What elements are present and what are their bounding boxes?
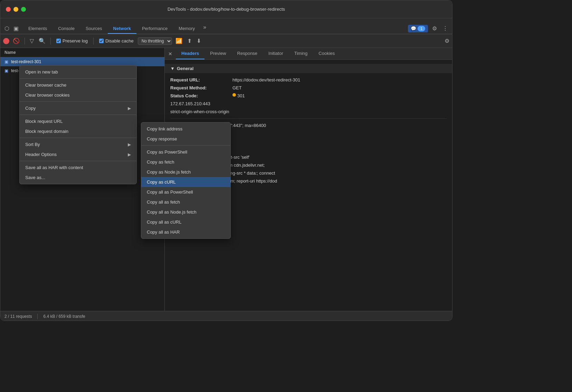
panel-tab-timing[interactable]: Timing [289, 48, 313, 59]
scm-copy-all-powershell-label: Copy all as PowerShell [147, 189, 193, 195]
scm-copy-link[interactable]: Copy link address [141, 124, 230, 134]
panel-tab-response[interactable]: Response [232, 48, 263, 59]
cm-open-new-tab[interactable]: Open in new tab [20, 67, 136, 77]
cm-clear-cookies[interactable]: Clear browser cookies [20, 90, 136, 100]
request-method-val: GET [232, 85, 242, 90]
record-button[interactable] [3, 38, 9, 44]
cm-clear-cache[interactable]: Clear browser cache [20, 80, 136, 90]
cm-sort-by-label: Sort By [25, 142, 40, 147]
tab-console[interactable]: Console [53, 24, 80, 34]
tab-elements[interactable]: Elements [23, 24, 53, 34]
upload-icon[interactable]: ⬆ [186, 37, 193, 45]
status-bar: 2 / 11 requests 6.4 kB / 659 kB transfe [0, 311, 452, 321]
cm-copy-arrow: ▶ [128, 106, 131, 111]
cm-copy-label: Copy [25, 106, 36, 111]
status-dot [232, 93, 236, 97]
request-method-key: Request Method: [170, 85, 232, 90]
cursor-icon[interactable]: ⬡ [3, 24, 11, 32]
scm-copy-curl-label: Copy as cURL [147, 179, 176, 185]
scm-copy-all-har-label: Copy all as HAR [147, 229, 180, 235]
cm-header-options-arrow: ▶ [128, 152, 131, 157]
scm-copy-all-curl[interactable]: Copy all as cURL [141, 217, 230, 227]
scm-copy-fetch-label: Copy as fetch [147, 159, 174, 165]
network-icon[interactable]: 📶 [174, 37, 184, 45]
request-method-row: Request Method: GET [170, 84, 447, 92]
panel-close-button[interactable]: ✕ [165, 48, 176, 59]
panel-tab-initiator[interactable]: Initiator [263, 48, 289, 59]
minimize-button[interactable] [13, 7, 18, 12]
referrer-policy-row: strict-origin-when-cross-origin [170, 108, 447, 116]
cm-save-har-label: Save all as HAR with content [25, 165, 83, 170]
scm-copy-powershell[interactable]: Copy as PowerShell [141, 147, 230, 157]
disable-cache-label[interactable]: Disable cache [97, 38, 136, 44]
clear-icon[interactable]: 🚫 [11, 37, 21, 45]
more-tabs-button[interactable]: » [200, 22, 209, 32]
toolbar-divider-1 [25, 38, 25, 45]
scm-copy-curl[interactable]: Copy as cURL [141, 177, 230, 187]
tab-performance[interactable]: Performance [136, 24, 173, 34]
cm-block-domain[interactable]: Block request domain [20, 126, 136, 136]
cm-save-har[interactable]: Save all as HAR with content [20, 163, 136, 173]
preserve-log-label[interactable]: Preserve log [54, 38, 90, 44]
close-button[interactable] [6, 7, 11, 12]
context-menu: Open in new tab Clear browser cache Clea… [19, 65, 137, 184]
cm-divider-4 [20, 138, 136, 138]
scm-copy-all-nodejs-fetch[interactable]: Copy all as Node.js fetch [141, 207, 230, 217]
cm-block-url[interactable]: Block request URL [20, 116, 136, 126]
requests-count: 2 / 11 requests [4, 314, 32, 319]
request-url-key: Request URL: [170, 77, 232, 82]
remote-address-row: 172.67.165.210:443 [170, 100, 447, 108]
scm-copy-fetch[interactable]: Copy as fetch [141, 157, 230, 167]
general-collapse-icon[interactable]: ▼ [170, 66, 175, 71]
tab-network[interactable]: Network [108, 24, 136, 34]
scm-copy-all-fetch-label: Copy all as fetch [147, 199, 180, 205]
cm-save-as[interactable]: Save as... [20, 173, 136, 183]
cm-divider-5 [20, 161, 136, 161]
cm-sort-by[interactable]: Sort By ▶ [20, 139, 136, 149]
scm-copy-all-har[interactable]: Copy all as HAR [141, 227, 230, 237]
cm-save-as-label: Save as... [25, 175, 45, 180]
cm-copy[interactable]: Copy ▶ [20, 103, 136, 113]
cm-open-new-tab-label: Open in new tab [25, 69, 58, 75]
tab-icons: ⬡ ▣ [3, 24, 20, 32]
more-options-icon[interactable]: ⋮ [441, 24, 449, 32]
scm-copy-all-fetch[interactable]: Copy all as fetch [141, 197, 230, 207]
left-panel: Name ▣ test-redirect-301 ▣ test-redirect… [0, 48, 165, 311]
disable-cache-text: Disable cache [105, 38, 134, 43]
maximize-button[interactable] [21, 7, 26, 12]
disable-cache-checkbox[interactable] [99, 39, 104, 43]
general-section-title: General [177, 66, 193, 71]
panel-tab-preview[interactable]: Preview [204, 48, 231, 59]
settings-icon[interactable]: ⚙ [431, 24, 438, 32]
feedback-button[interactable]: 💬 1 [408, 25, 428, 32]
dock-icon[interactable]: ▣ [12, 24, 20, 32]
preserve-log-text: Preserve log [63, 38, 88, 43]
search-icon[interactable]: 🔍 [37, 37, 47, 45]
cm-clear-cookies-label: Clear browser cookies [25, 92, 70, 98]
scm-copy-all-powershell[interactable]: Copy all as PowerShell [141, 187, 230, 197]
filter-icon[interactable]: ▽ [28, 37, 35, 45]
cm-divider-3 [20, 115, 136, 115]
status-code-val: 301 [237, 93, 245, 98]
scm-copy-nodejs-fetch[interactable]: Copy as Node.js fetch [141, 167, 230, 177]
panel-tab-headers[interactable]: Headers [176, 48, 204, 59]
request-url-val: https://dodov.dev/test-redirect-301 [232, 77, 300, 82]
general-fields: Request URL: https://dodov.dev/test-redi… [170, 73, 447, 118]
scm-divider-1 [141, 145, 230, 146]
referrer-policy-val: strict-origin-when-cross-origin [170, 109, 229, 114]
feedback-icon: 💬 [411, 26, 416, 31]
cm-sort-by-arrow: ▶ [128, 142, 131, 147]
tab-memory[interactable]: Memory [173, 24, 200, 34]
main-content: Name ▣ test-redirect-301 ▣ test-redirect… [0, 48, 452, 311]
feedback-badge: 1 [418, 26, 425, 31]
scm-copy-link-label: Copy link address [147, 126, 182, 131]
panel-tab-cookies[interactable]: Cookies [313, 48, 340, 59]
toolbar-settings-icon[interactable]: ⚙ [445, 38, 449, 44]
preserve-log-checkbox[interactable] [56, 39, 61, 43]
sub-context-menu: Copy link address Copy response Copy as … [141, 122, 231, 239]
tab-sources[interactable]: Sources [80, 24, 108, 34]
throttle-select[interactable]: No throttling [138, 37, 172, 45]
download-icon[interactable]: ⬇ [195, 37, 202, 45]
scm-copy-response[interactable]: Copy response [141, 134, 230, 144]
cm-header-options[interactable]: Header Options ▶ [20, 149, 136, 159]
